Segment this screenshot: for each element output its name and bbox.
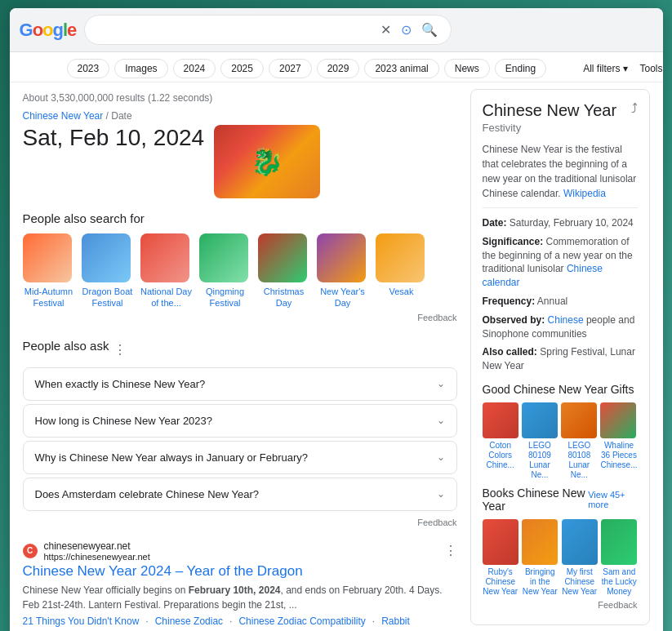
kp-header: Chinese New Year ⤴ <box>483 101 638 120</box>
book-item-3[interactable]: Sam and the Lucky Money <box>601 519 638 597</box>
paa-question-0: When exactly is Chinese New Year? <box>35 378 206 390</box>
filter-2023-animal[interactable]: 2023 animal <box>364 59 438 78</box>
kp-books-title: Books Chinese New Year <box>483 487 589 513</box>
google-logo: Google <box>20 20 77 41</box>
content-area: About 3,530,000,000 results (1.22 second… <box>10 82 663 631</box>
book-img-3 <box>601 519 637 565</box>
thumb-qingming[interactable]: Qingming Festival <box>199 233 251 309</box>
book-item-2[interactable]: My first Chinese New Year <box>562 519 599 597</box>
result-options-icon-0[interactable]: ⋮ <box>444 543 457 558</box>
gift-img-2 <box>561 402 597 438</box>
paa-item-3[interactable]: Does Amsterdam celebrate Chinese New Yea… <box>23 478 457 511</box>
filters-row: 2023 Images 2024 2025 2027 2029 2023 ani… <box>10 52 663 82</box>
clear-button[interactable]: ✕ <box>379 20 393 39</box>
thumb-dragon-boat[interactable]: Dragon Boat Festival <box>82 233 134 309</box>
gift-item-3[interactable]: Whaline 36 Pieces Chinese... <box>600 402 637 480</box>
result-favicon-0: C <box>23 544 38 558</box>
book-img-0 <box>483 519 518 565</box>
right-panel: Chinese New Year ⤴ Festivity Chinese New… <box>470 89 650 631</box>
result-title-0[interactable]: Chinese New Year 2024 – Year of the Drag… <box>23 563 457 580</box>
result-link-0-3[interactable]: Rabbit <box>381 615 410 627</box>
filter-images[interactable]: Images <box>114 59 167 78</box>
filter-news[interactable]: News <box>444 59 490 78</box>
site-name-0: chinesenewyear.net <box>44 540 150 552</box>
kp-feedback-link[interactable]: Feedback <box>483 597 638 613</box>
thumb-mid-autumn-label: Mid-Autumn Festival <box>23 286 75 309</box>
search-input[interactable]: when is chinese new year <box>96 24 379 37</box>
paa-item-0[interactable]: When exactly is Chinese New Year? ⌄ <box>23 367 457 401</box>
book-item-0[interactable]: Ruby's Chinese New Year <box>483 519 519 597</box>
breadcrumb: Chinese New Year / Date <box>23 110 457 122</box>
filter-2029[interactable]: 2029 <box>317 59 360 78</box>
filter-2025[interactable]: 2025 <box>220 59 264 78</box>
gifts-grid: Coton Colors Chine... LEGO 80109 Lunar N… <box>483 402 638 480</box>
kp-fact-4: Also called: Spring Festival, Lunar New … <box>483 345 638 373</box>
main-content: About 3,530,000,000 results (1.22 second… <box>23 89 457 631</box>
kp-fact-2: Frequency: Annual <box>483 295 638 309</box>
result-link-0-2[interactable]: Chinese Zodiac Compatibility <box>238 615 365 627</box>
kp-description-link[interactable]: Wikipedia <box>563 188 606 199</box>
paa-item-2[interactable]: Why is Chinese New Year always in Januar… <box>23 441 457 474</box>
book-item-1[interactable]: Bringing in the New Year <box>522 519 559 597</box>
search-bar-row: Google when is chinese new year ✕ ⊙ 🔍 <box>20 15 653 45</box>
kp-books-view-more[interactable]: View 45+ more <box>588 490 637 509</box>
date-result: Sat, Feb 10, 2024 🐉 <box>23 125 457 198</box>
paa-question-1: How long is Chinese New Year 2023? <box>35 415 213 427</box>
paa-more-options-icon[interactable]: ⋮ <box>113 342 127 358</box>
thumb-christmas[interactable]: Christmas Day <box>258 233 310 309</box>
breadcrumb-parent-link[interactable]: Chinese New Year <box>23 110 104 122</box>
gift-label-2: LEGO 80108 Lunar Ne... <box>561 441 597 480</box>
share-icon[interactable]: ⤴ <box>631 101 638 116</box>
paa-header: People also ask ⋮ <box>23 339 457 361</box>
gift-item-0[interactable]: Coton Colors Chine... <box>483 402 518 480</box>
book-img-1 <box>522 519 558 565</box>
search-icons: ✕ ⊙ 🔍 <box>379 20 439 39</box>
paa-chevron-1: ⌄ <box>437 415 445 426</box>
feedback-link-search[interactable]: Feedback <box>23 309 457 326</box>
thumb-new-years-day-label: New Year's Day <box>317 286 369 309</box>
gift-label-0: Coton Colors Chine... <box>483 441 518 470</box>
gift-label-3: Whaline 36 Pieces Chinese... <box>600 441 637 470</box>
thumb-qingming-label: Qingming Festival <box>199 286 251 309</box>
tools-button[interactable]: Tools <box>639 63 662 74</box>
gift-item-1[interactable]: LEGO 80109 Lunar Ne... <box>522 402 558 480</box>
result-snippet-0: Chinese New Year officially begins on Fe… <box>23 583 457 612</box>
date-image: 🐉 <box>214 125 320 198</box>
chevron-down-icon: ▾ <box>623 63 628 74</box>
feedback-link-paa[interactable]: Feedback <box>23 514 457 531</box>
filter-2027[interactable]: 2027 <box>269 59 312 78</box>
browser-chrome: Google when is chinese new year ✕ ⊙ 🔍 <box>10 8 663 52</box>
date-image-placeholder: 🐉 <box>214 125 320 198</box>
kp-subtitle: Festivity <box>483 122 638 134</box>
thumb-national-day[interactable]: National Day of the... <box>140 233 193 309</box>
gift-img-3 <box>600 402 636 438</box>
thumb-dragon-boat-label: Dragon Boat Festival <box>82 286 134 309</box>
thumb-mid-autumn[interactable]: Mid-Autumn Festival <box>23 233 75 309</box>
date-heading: Sat, Feb 10, 2024 <box>23 125 205 151</box>
thumb-new-years-day[interactable]: New Year's Day <box>317 233 369 309</box>
book-label-1: Bringing in the New Year <box>522 567 559 597</box>
lens-button[interactable]: ⊙ <box>399 20 413 39</box>
kp-fact-3: Observed by: Chinese people and Sinophon… <box>483 313 638 341</box>
breadcrumb-child: Date <box>111 110 131 122</box>
filter-2024[interactable]: 2024 <box>173 59 216 78</box>
book-label-2: My first Chinese New Year <box>562 567 599 597</box>
paa-item-1[interactable]: How long is Chinese New Year 2023? ⌄ <box>23 404 457 438</box>
people-also-ask: People also ask ⋮ When exactly is Chines… <box>23 339 457 531</box>
thumb-vesak[interactable]: Vesak <box>376 233 428 309</box>
search-thumbnails: Mid-Autumn Festival Dragon Boat Festival… <box>23 233 457 309</box>
filter-2023[interactable]: 2023 <box>67 59 110 78</box>
all-filters-button[interactable]: All filters ▾ <box>583 63 628 74</box>
knowledge-panel: Chinese New Year ⤴ Festivity Chinese New… <box>470 89 650 625</box>
result-link-0-0[interactable]: 21 Things You Didn't Know <box>23 615 140 627</box>
gift-item-2[interactable]: LEGO 80108 Lunar Ne... <box>561 402 597 480</box>
book-img-2 <box>562 519 598 565</box>
books-grid: Ruby's Chinese New Year Bringing in the … <box>483 519 638 597</box>
kp-chinese-link[interactable]: Chinese <box>548 314 584 326</box>
filter-ending[interactable]: Ending <box>495 59 546 78</box>
results-count: About 3,530,000,000 results (1.22 second… <box>23 89 457 110</box>
search-button[interactable]: 🔍 <box>420 20 439 39</box>
result-link-0-1[interactable]: Chinese Zodiac <box>155 615 223 627</box>
search-input-container[interactable]: when is chinese new year ✕ ⊙ 🔍 <box>84 15 452 45</box>
gift-label-1: LEGO 80109 Lunar Ne... <box>522 441 558 480</box>
